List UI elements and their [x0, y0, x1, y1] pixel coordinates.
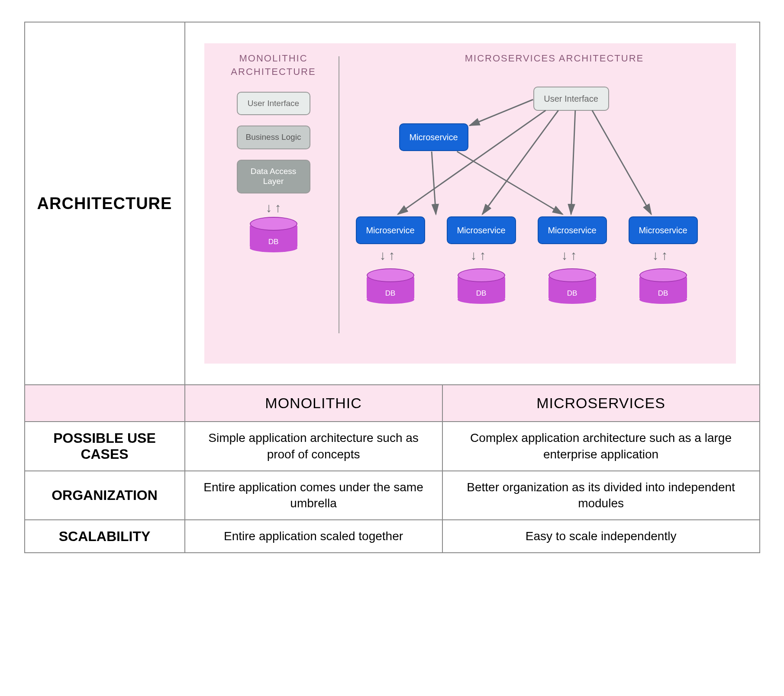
microservice-block: Microservice	[629, 216, 698, 244]
cell-microservices: Complex application architecture such as…	[442, 422, 760, 471]
row-label: SCALABILITY	[25, 520, 185, 553]
column-header-row: MONOLITHIC MICROSERVICES	[25, 385, 760, 422]
header-microservices: MICROSERVICES	[442, 385, 760, 422]
microservice-block: Microservice	[538, 216, 607, 244]
db-label: DB	[250, 238, 297, 246]
table-row: POSSIBLE USE CASES Simple application ar…	[25, 422, 760, 471]
header-empty	[25, 385, 185, 422]
cell-monolithic: Entire application scaled together	[185, 520, 442, 553]
architecture-diagram-cell: MONOLITHIC ARCHITECTURE User Interface B…	[185, 22, 760, 385]
svg-line-5	[432, 151, 436, 214]
architecture-row-label: ARCHITECTURE	[25, 22, 185, 385]
mono-bl-block: Business Logic	[237, 126, 310, 149]
cell-monolithic: Simple application architecture such as …	[185, 422, 442, 471]
svg-line-0	[469, 100, 532, 126]
svg-line-6	[457, 151, 562, 214]
microservice-block: Microservice	[399, 123, 468, 151]
up-down-arrows-icon: ↓↑	[380, 249, 395, 262]
architecture-row: ARCHITECTURE MONOLITHIC ARCHITECTURE Use…	[25, 22, 760, 385]
micro-db: DB	[548, 273, 596, 303]
mono-ui-block: User Interface	[237, 92, 310, 116]
architecture-diagram: MONOLITHIC ARCHITECTURE User Interface B…	[204, 43, 736, 364]
mono-dal-block: Data Access Layer	[237, 160, 310, 193]
microservices-column: MICROSERVICES ARCHITECTURE User Interfac…	[347, 52, 727, 355]
up-down-arrows-icon: ↓↑	[561, 249, 577, 262]
row-label: ORGANIZATION	[25, 471, 185, 520]
monolithic-title: MONOLITHIC ARCHITECTURE	[217, 52, 330, 79]
microservices-title: MICROSERVICES ARCHITECTURE	[382, 52, 727, 65]
cell-microservices: Easy to scale independently	[442, 520, 760, 553]
cell-microservices: Better organization as its divided into …	[442, 471, 760, 520]
table-row: SCALABILITY Entire application scaled to…	[25, 520, 760, 553]
svg-line-2	[482, 110, 558, 214]
micro-db: DB	[639, 273, 687, 303]
svg-line-4	[592, 110, 651, 214]
table-row: ORGANIZATION Entire application comes un…	[25, 471, 760, 520]
micro-ui-block: User Interface	[533, 87, 609, 111]
microservice-block: Microservice	[447, 216, 516, 244]
row-label: POSSIBLE USE CASES	[25, 422, 185, 471]
microservice-block: Microservice	[356, 216, 425, 244]
up-down-arrows-icon: ↓↑	[652, 249, 668, 262]
monolithic-column: MONOLITHIC ARCHITECTURE User Interface B…	[217, 52, 330, 251]
comparison-figure: ARCHITECTURE MONOLITHIC ARCHITECTURE Use…	[24, 22, 760, 553]
mono-db: DB	[250, 221, 297, 251]
micro-db: DB	[458, 273, 505, 303]
svg-line-3	[571, 110, 575, 214]
up-down-arrows-icon: ↓↑	[471, 249, 486, 262]
cell-monolithic: Entire application comes under the same …	[185, 471, 442, 520]
vertical-divider	[339, 56, 339, 333]
micro-db: DB	[367, 273, 414, 303]
comparison-table: ARCHITECTURE MONOLITHIC ARCHITECTURE Use…	[24, 22, 760, 553]
up-down-arrows-icon: ↓↑	[217, 201, 330, 214]
header-monolithic: MONOLITHIC	[185, 385, 442, 422]
